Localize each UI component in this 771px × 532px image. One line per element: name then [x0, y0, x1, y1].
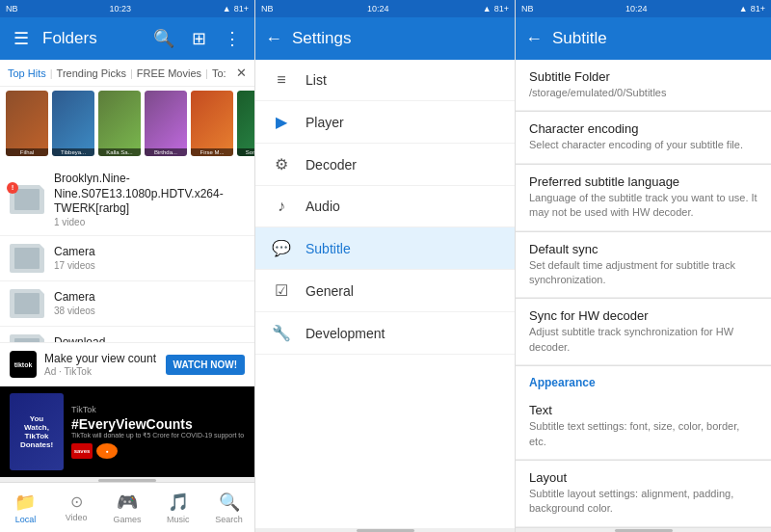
back-arrow-icon[interactable]: ← [265, 29, 282, 49]
list-item[interactable]: Camera 38 videos [0, 281, 254, 327]
status-time-1: 10:23 [109, 4, 131, 13]
nav-video-label: Video [66, 513, 88, 522]
ad-label: Ad · TikTok [44, 366, 158, 377]
general-label: General [306, 283, 354, 299]
search-nav-icon: 🔍 [219, 492, 240, 513]
thumb-4[interactable]: Birthda... [145, 91, 187, 156]
list-item[interactable]: Camera 17 videos [0, 236, 254, 281]
status-left-2: NB [261, 4, 274, 13]
search-icon[interactable]: 🔍 [149, 24, 178, 53]
decoder-icon: ⚙ [271, 155, 292, 173]
text-desc: Subtitle text settings: font, size, colo… [529, 419, 758, 449]
tiktok-watch-image: YouWatch,TikTokDonates! [10, 393, 64, 470]
top-hits-bar: Top Hits | Trending Picks | FREE Movies … [0, 60, 254, 87]
folder-icon [10, 334, 44, 342]
settings-subtitle-item[interactable]: 💬 Subtitle [255, 227, 515, 270]
preferred-language-title: Preferred subtitle language [529, 174, 758, 189]
nav-music-label: Music [167, 515, 190, 524]
settings-general-item[interactable]: ☑ General [255, 270, 515, 312]
menu-icon[interactable]: ☰ [10, 24, 33, 53]
list-item[interactable]: Download 2 videos [0, 327, 254, 342]
top-hits-item[interactable]: Top Hits [8, 67, 46, 79]
default-sync-title: Default sync [529, 242, 758, 256]
games-icon: 🎮 [117, 492, 138, 513]
close-icon[interactable]: ✕ [236, 66, 247, 80]
default-sync-item[interactable]: Default sync Set default time adjustment… [516, 232, 771, 299]
file-name: Camera [54, 290, 245, 306]
status-left-3: NB [521, 4, 534, 13]
thumb-1[interactable]: Filhal [6, 91, 48, 156]
nav-search[interactable]: 🔍 Search [203, 483, 254, 532]
ad-banner: tiktok Make your view count Ad · TikTok … [0, 342, 254, 386]
thumb-2[interactable]: Tibbeya... [52, 91, 94, 156]
tiktok-hashtag: #EveryViewCounts [71, 416, 245, 432]
file-list: ! Brooklyn.Nine-Nine.S07E13.1080p.HDTV.x… [0, 164, 254, 342]
list-item[interactable]: ! Brooklyn.Nine-Nine.S07E13.1080p.HDTV.x… [0, 164, 254, 236]
status-left-1: NB [6, 4, 18, 13]
subtitle-icon: 💬 [271, 239, 292, 257]
nav-music[interactable]: 🎵 Music [152, 483, 203, 532]
more-icon[interactable]: ⋮ [220, 24, 245, 53]
trending-picks-item[interactable]: Trending Picks [57, 67, 126, 79]
settings-panel: NB 10:24 ▲ 81+ ← Settings ≡ List ▶ Playe… [255, 0, 516, 532]
to-item[interactable]: To: [212, 67, 226, 79]
bottom-nav: 📁 Local ⊙ Video 🎮 Games 🎵 Music 🔍 Search [0, 482, 254, 532]
subtitle-folder-desc: /storage/emulated/0/Subtitles [529, 86, 758, 100]
development-label: Development [306, 326, 386, 341]
music-icon: 🎵 [168, 492, 189, 513]
char-encoding-title: Character encoding [529, 121, 758, 136]
thumb-3[interactable]: Kalla Sa... [98, 91, 141, 156]
file-meta: 1 video [54, 217, 245, 227]
thumbnails-row: Filhal Tibbeya... Kalla Sa... Birthda...… [0, 87, 254, 164]
free-movies-item[interactable]: FREE Movies [137, 67, 201, 79]
decoder-label: Decoder [306, 157, 357, 173]
development-icon: 🔧 [271, 324, 292, 342]
hw-decoder-sync-title: Sync for HW decoder [529, 308, 758, 323]
subtitle-label: Subtitle [306, 241, 351, 256]
app-bar-1: ☰ Folders 🔍 ⊞ ⋮ [0, 17, 254, 60]
status-icons-1: ▲ 81+ [223, 4, 249, 13]
text-title: Text [529, 403, 758, 417]
video-icon: ⊙ [70, 492, 83, 511]
folders-title: Folders [42, 29, 140, 48]
preferred-language-desc: Language of the subtitle track you want … [529, 191, 758, 221]
subtitle-settings-list: Subtitle Folder /storage/emulated/0/Subt… [516, 60, 771, 528]
watch-now-button[interactable]: WATCH NOW! [166, 355, 245, 375]
layout-desc: Subtitle layout settings: alignment, pad… [529, 487, 758, 517]
default-sync-desc: Set default time adjustment for subtitle… [529, 258, 758, 288]
settings-development-item[interactable]: 🔧 Development [255, 312, 515, 355]
subtitle-folder-title: Subtitle Folder [529, 69, 758, 84]
nav-video[interactable]: ⊙ Video [51, 483, 102, 532]
status-icons-2: ▲ 81+ [483, 4, 509, 13]
scroll-indicator-2 [255, 528, 515, 532]
subtitle-folder-item[interactable]: Subtitle Folder /storage/emulated/0/Subt… [516, 60, 771, 111]
settings-list-item[interactable]: ≡ List [255, 60, 515, 101]
audio-icon: ♪ [271, 198, 292, 215]
nav-games[interactable]: 🎮 Games [102, 483, 153, 532]
nav-search-label: Search [215, 515, 243, 524]
audio-label: Audio [306, 199, 340, 214]
file-name: Brooklyn.Nine-Nine.S07E13.1080p.HDTV.x26… [54, 172, 245, 217]
grid-icon[interactable]: ⊞ [188, 24, 210, 53]
subtitle-back-arrow[interactable]: ← [525, 29, 543, 49]
local-icon: 📁 [14, 492, 36, 513]
settings-decoder-item[interactable]: ⚙ Decoder [255, 144, 515, 186]
thumb-6[interactable]: Some B... [237, 91, 254, 156]
file-meta: 38 videos [54, 306, 245, 316]
folders-panel: NB 10:23 ▲ 81+ ☰ Folders 🔍 ⊞ ⋮ Top Hits … [0, 0, 255, 532]
layout-item[interactable]: Layout Subtitle layout settings: alignme… [516, 461, 771, 527]
nav-games-label: Games [113, 515, 141, 524]
hw-decoder-sync-item[interactable]: Sync for HW decoder Adjust subtitle trac… [516, 299, 771, 365]
settings-player-item[interactable]: ▶ Player [255, 101, 515, 144]
char-encoding-item[interactable]: Character encoding Select character enco… [516, 112, 771, 163]
file-name: Camera [54, 245, 245, 260]
text-item[interactable]: Text Subtitle text settings: font, size,… [516, 393, 771, 460]
nav-local[interactable]: 📁 Local [0, 483, 51, 532]
status-icons-3: ▲ 81+ [739, 4, 765, 13]
char-encoding-desc: Select character encoding of your subtit… [529, 138, 758, 152]
thumb-5[interactable]: Firse M... [191, 91, 233, 156]
settings-audio-item[interactable]: ♪ Audio [255, 186, 515, 227]
folder-icon: ! [10, 185, 44, 214]
list-icon: ≡ [271, 71, 292, 89]
preferred-language-item[interactable]: Preferred subtitle language Language of … [516, 165, 771, 231]
